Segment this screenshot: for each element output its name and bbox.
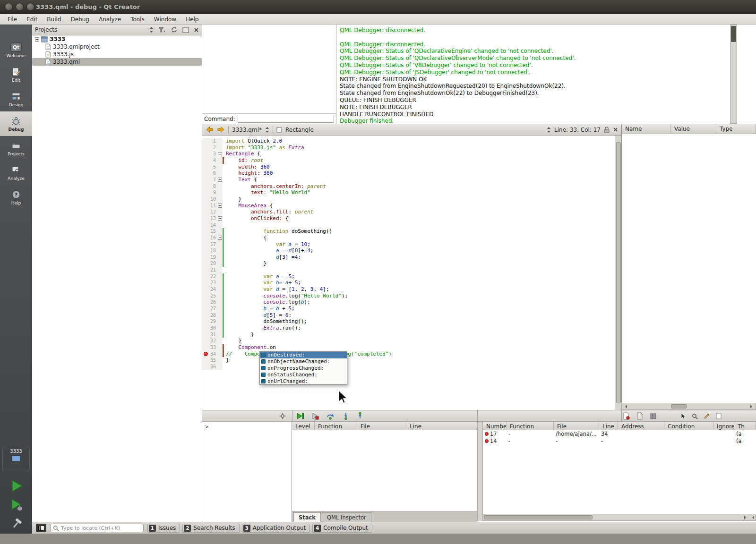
sidebar-toggle-button[interactable] — [36, 524, 46, 532]
breakpoint-margin[interactable] — [202, 286, 210, 293]
breakpoint-margin[interactable] — [202, 151, 210, 157]
breakpoint-row[interactable]: 14---(a — [483, 437, 756, 444]
breakpoint-margin[interactable] — [202, 177, 210, 183]
menu-item-help[interactable]: Help — [181, 15, 203, 24]
log-scrollbar[interactable] — [730, 25, 737, 124]
fold-margin[interactable] — [217, 177, 223, 183]
split-icon[interactable] — [182, 26, 189, 34]
breakpoint-margin[interactable] — [202, 203, 210, 209]
breakpoints-column-address[interactable]: Address — [618, 422, 664, 430]
zoom-icon[interactable] — [692, 413, 698, 419]
close-icon[interactable] — [194, 26, 199, 34]
locator-input[interactable] — [61, 525, 141, 531]
target-selector[interactable]: 3333 — [2, 447, 30, 471]
code-line[interactable]: 33 Component.on — [202, 344, 615, 351]
locals-column-type[interactable]: Type — [716, 124, 756, 134]
fold-margin[interactable] — [217, 151, 223, 157]
code-line[interactable]: 23 var b= a+ 5; — [202, 280, 615, 286]
breakpoint-margin[interactable] — [202, 196, 210, 203]
forward-icon[interactable] — [217, 126, 225, 133]
menu-item-window[interactable]: Window — [149, 15, 181, 24]
breakpoints-column-th[interactable]: Th — [734, 422, 756, 430]
breakpoint-margin[interactable] — [202, 364, 210, 370]
fold-marker[interactable] — [218, 236, 222, 240]
breakpoint-margin[interactable] — [202, 273, 210, 280]
fold-marker[interactable] — [218, 204, 222, 208]
build-button[interactable] — [9, 516, 25, 532]
code-line[interactable]: 20 } — [202, 260, 615, 267]
breakpoint-margin[interactable] — [202, 138, 210, 144]
breakpoint-marker[interactable] — [204, 352, 208, 356]
breakpoint-margin[interactable] — [202, 183, 210, 190]
output-pane-compile-output[interactable]: 4Compile Output — [312, 524, 372, 533]
code-line[interactable]: 24 var d = [1, 2, 3, 4]; — [202, 286, 615, 293]
code-line[interactable]: 3Rectangle { — [202, 151, 615, 157]
run-button[interactable] — [9, 478, 25, 494]
breakpoint-margin[interactable] — [202, 280, 210, 286]
window-minimize-button[interactable] — [16, 3, 24, 11]
menu-item-debug[interactable]: Debug — [66, 15, 94, 24]
breakpoint-margin[interactable] — [202, 351, 210, 357]
breakpoint-margin[interactable] — [202, 247, 210, 254]
lock-icon[interactable] — [604, 126, 610, 133]
continue-icon[interactable] — [296, 412, 304, 420]
fold-marker[interactable] — [218, 216, 222, 221]
document-updown-icon[interactable] — [265, 127, 269, 133]
blank-doc-icon[interactable] — [716, 413, 722, 419]
filter-icon[interactable] — [158, 26, 166, 34]
locals-hscrollbar[interactable] — [621, 403, 756, 410]
stack-panel-body[interactable] — [292, 430, 477, 511]
menu-item-build[interactable]: Build — [42, 15, 66, 24]
console-settings-icon[interactable] — [279, 413, 286, 419]
code-line[interactable]: 26 console.log(b); — [202, 299, 615, 306]
breakpoint-margin[interactable] — [202, 215, 210, 222]
stack-column-line[interactable]: Line — [406, 422, 477, 430]
code-line[interactable]: 32 } — [202, 338, 615, 344]
code-line[interactable]: 13 onClicked: { — [202, 215, 615, 222]
editor-scrollbar[interactable] — [615, 136, 621, 410]
debugger-console-pane[interactable]: > — [202, 422, 292, 522]
code-line[interactable]: 30 Extra.run(); — [202, 325, 615, 332]
output-pane-search-results[interactable]: 2Search Results — [182, 524, 239, 533]
step-out-icon[interactable] — [356, 412, 364, 420]
breakpoint-margin[interactable] — [202, 228, 210, 235]
edit-pencil-icon[interactable] — [704, 413, 710, 419]
breakpoints-column-function[interactable]: Function — [507, 422, 554, 430]
fold-marker[interactable] — [218, 152, 222, 156]
fold-margin[interactable] — [217, 203, 223, 209]
breakpoint-margin[interactable] — [202, 241, 210, 248]
open-document-name[interactable]: 3333.qml* — [232, 127, 262, 133]
breakpoint-margin[interactable] — [202, 312, 210, 319]
linecol-updown-icon[interactable] — [547, 127, 551, 133]
breakpoint-margin[interactable] — [202, 222, 210, 229]
stack-column-level[interactable]: Level — [292, 422, 315, 430]
code-line[interactable]: 22 var a = 5; — [202, 273, 615, 280]
window-close-button[interactable] — [5, 3, 13, 11]
tab-qml-inspector[interactable]: QML Inspector — [322, 512, 371, 522]
breakpoint-margin[interactable] — [202, 293, 210, 299]
breakpoint-margin[interactable] — [202, 254, 210, 261]
window-maximize-button[interactable] — [26, 3, 34, 11]
locator-field[interactable] — [50, 524, 144, 532]
output-pane-application-output[interactable]: 3Application Output — [242, 524, 310, 533]
select-cursor-icon[interactable] — [680, 413, 686, 420]
code-line[interactable]: 21 — [202, 267, 615, 273]
code-line[interactable]: 31 } — [202, 332, 615, 338]
sync-icon[interactable] — [171, 26, 178, 34]
breakpoints-column-file[interactable]: File — [554, 422, 599, 430]
command-input[interactable] — [238, 115, 334, 123]
mode-help[interactable]: ?Help — [0, 185, 32, 210]
code-line[interactable]: 2import "3333.js" as Extra — [202, 144, 615, 151]
code-line[interactable]: 25 console.log("Hello World"); — [202, 293, 615, 299]
interrupt-icon[interactable] — [311, 412, 319, 420]
add-breakpoint-icon[interactable] — [623, 412, 630, 420]
stack-column-file[interactable]: File — [357, 422, 406, 430]
fold-marker[interactable] — [218, 178, 222, 182]
breakpoints-hscrollbar[interactable] — [483, 514, 756, 521]
breakpoint-margin[interactable] — [202, 144, 210, 151]
locals-panel-body[interactable] — [621, 134, 756, 403]
back-icon[interactable] — [206, 126, 214, 133]
mode-projects[interactable]: Projects — [0, 136, 32, 161]
stack-column-function[interactable]: Function — [315, 422, 357, 430]
code-line[interactable]: 15 function doSomething() — [202, 228, 615, 235]
